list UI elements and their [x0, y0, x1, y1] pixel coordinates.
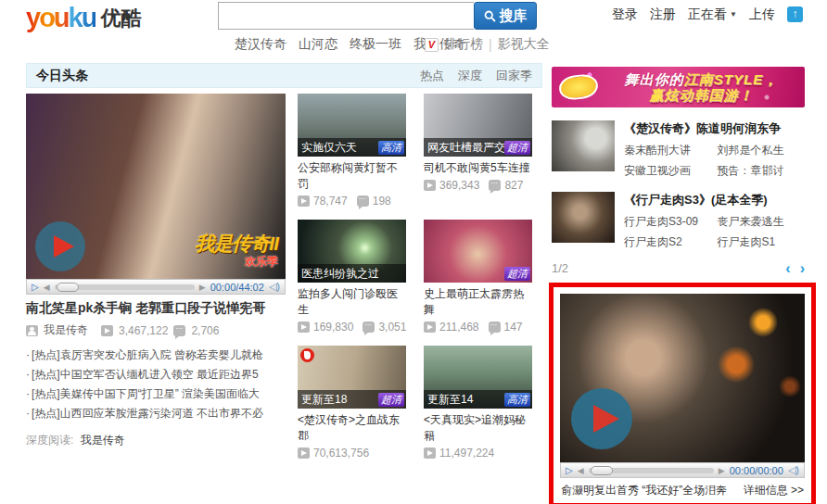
seek-handle[interactable]	[591, 466, 613, 475]
tab-homecoming[interactable]: 回家季	[496, 68, 532, 84]
prev-page-icon[interactable]: ‹	[785, 263, 790, 274]
step-icon[interactable]: ◀	[44, 283, 50, 292]
volume-icon[interactable]: ◁)	[788, 464, 799, 476]
play-count-icon	[424, 180, 436, 191]
deep-read-link[interactable]: 我是传奇	[81, 434, 125, 447]
header: youku优酷 搜库 楚汉传奇 山河恋 终极一班 我是传奇 V 排行榜 | 影视…	[0, 0, 827, 57]
chevron-down-icon: ▼	[730, 10, 737, 19]
tab-hot[interactable]: 热点	[420, 68, 444, 84]
promo-caption: 俞灏明复出首秀 “我还好”全场泪奔 详细信息 >>	[560, 478, 805, 500]
quality-badge: 高清	[504, 393, 530, 407]
register-link[interactable]: 注册	[650, 6, 676, 23]
video-title[interactable]: 司机不敢闯黄5车连撞	[424, 160, 532, 176]
play-button[interactable]	[571, 388, 632, 449]
show-link[interactable]: 行尸走肉S1	[718, 234, 806, 250]
video-thumbnail[interactable]: 更新至18 超清	[298, 346, 406, 409]
video-card: 网友吐槽最严交规 超清 司机不敢闯黄5车连撞 369,343 827	[424, 94, 532, 208]
promo-caption-text[interactable]: 俞灏明复出首秀 “我还好”全场泪奔	[561, 483, 727, 498]
quality-badge: 超清	[378, 393, 404, 407]
news-item[interactable]: ·[热点]袁厉害突发心脏病入院 曾称若卖婴儿就枪	[26, 346, 286, 365]
ad-banner[interactable]: 舞出你的江南STYLE， 赢炫动韩国游！	[552, 67, 805, 107]
video-thumbnail[interactable]: 医患纠纷孰之过	[298, 220, 406, 283]
video-card: 更新至18 超清 <楚汉传奇>之血战东郡 70,613,756	[298, 346, 406, 460]
comment-count: 3,051	[378, 321, 406, 334]
seek-bar[interactable]	[589, 468, 714, 473]
video-title[interactable]: <天真现实>追潮妈秘籍	[424, 412, 532, 444]
video-thumbnail[interactable]: 实施仅六天 高清	[298, 94, 406, 157]
video-stats: 78,747 198	[298, 195, 406, 208]
video-thumbnail[interactable]: 网友吐槽最严交规 超清	[424, 94, 532, 157]
keyword-link[interactable]: 山河恋	[299, 36, 337, 53]
deep-read: 深度阅读: 我是传奇	[26, 433, 286, 448]
logo-you: you	[26, 3, 69, 32]
video-title[interactable]: 史上最萌正太霹雳热舞	[424, 286, 532, 318]
ranking-link[interactable]: 排行榜	[444, 36, 483, 53]
comment-icon	[489, 180, 501, 191]
video-thumbnail[interactable]: 超清	[424, 220, 532, 283]
logo-cn: 优酷	[100, 6, 141, 30]
show-thumbnail[interactable]	[552, 120, 615, 171]
deep-read-label: 深度阅读:	[26, 434, 73, 447]
news-item[interactable]: ·[热点]中国空军否认缅机进入领空 最近距边界5	[26, 365, 286, 384]
uploader-name[interactable]: 我是传奇	[44, 322, 88, 338]
video-controls: ▷ ◀ ▶ 00:00/44:02 ◁)	[26, 279, 286, 295]
watching-dropdown[interactable]: 正在看▼	[688, 6, 737, 23]
movies-link[interactable]: 影视大全	[498, 36, 550, 53]
seek-arrow-icon: ▶	[199, 283, 206, 292]
quality-badge: 超清	[504, 141, 530, 155]
play-count: 169,830	[313, 321, 353, 334]
details-link[interactable]: 详细信息 >>	[744, 483, 804, 498]
play-icon[interactable]: ▷	[566, 466, 573, 475]
upload-link[interactable]: 上传	[749, 6, 775, 23]
comment-icon	[363, 321, 375, 333]
keyword-link[interactable]: 终极一班	[350, 36, 401, 53]
show-link[interactable]: 安徽卫视沙画	[624, 163, 712, 179]
show-link[interactable]: 行尸走肉S2	[624, 234, 712, 250]
show-thumbnail[interactable]	[552, 192, 615, 243]
video-title[interactable]: 公安部称闯黄灯暂不罚	[298, 160, 406, 192]
ad-line2: 赢炫动韩国游！	[650, 87, 754, 103]
play-button[interactable]	[35, 221, 85, 271]
upload-icon[interactable]: ↑	[787, 6, 803, 22]
show-logo-subtext: 欢乐季	[195, 254, 278, 270]
search-icon	[484, 10, 496, 22]
tab-depth[interactable]: 深度	[458, 68, 482, 84]
feature-title[interactable]: 南北笑星pk杀手锏 老郭重口段子说惮宪哥	[26, 300, 286, 317]
seek-handle[interactable]	[57, 283, 79, 292]
promo-thumbnail[interactable]	[560, 294, 805, 462]
highlighted-video-player: ▷ ◀ ▶ 00:00/00:00 ◁) 俞灏明复出首秀 “我还好”全场泪奔 详…	[549, 283, 816, 504]
show-link[interactable]: 丧尸来袭逃生	[718, 214, 806, 230]
video-controls: ▷ ◀ ▶ 00:00/00:00 ◁)	[560, 462, 805, 478]
keyword-link[interactable]: 楚汉传奇	[235, 36, 286, 53]
video-title[interactable]: <楚汉传奇>之血战东郡	[298, 412, 406, 444]
login-link[interactable]: 登录	[612, 6, 638, 23]
comment-count: 2,706	[191, 324, 219, 337]
video-thumbnail[interactable]: 更新至14 高清	[424, 346, 532, 409]
step-icon[interactable]: ◀	[578, 466, 584, 475]
play-count-icon	[424, 447, 436, 459]
volume-icon[interactable]: ◁)	[269, 281, 280, 293]
show-link[interactable]: 行尸走肉S3-09	[624, 214, 712, 230]
seek-bar[interactable]	[55, 284, 195, 290]
show-link[interactable]: 秦末酷刑大讲	[624, 143, 712, 158]
feature-thumbnail[interactable]: 我是传奇II 欢乐季	[26, 94, 286, 279]
video-title[interactable]: 监拍多人闯门诊殴医生	[298, 286, 406, 318]
next-page-icon[interactable]: ›	[800, 263, 805, 274]
show-link[interactable]: 预告：章邯讨	[718, 163, 806, 179]
search-button[interactable]: 搜库	[474, 2, 537, 30]
play-count-icon	[298, 447, 310, 459]
show-title[interactable]: 《行尸走肉S3》(足本全季)	[624, 192, 805, 208]
ad-line1-highlight: 江南STYLE，	[684, 71, 778, 87]
headline-bar: 今日头条 热点 深度 回家季	[26, 63, 542, 88]
search-input[interactable]	[218, 2, 474, 30]
news-item[interactable]: ·[热点]山西回应苯胺泄露污染河道 不出市界不必	[26, 404, 286, 423]
play-count-icon	[101, 325, 113, 336]
show-link[interactable]: 刘邦是个私生	[718, 143, 806, 158]
video-stats: 11,497,224	[424, 447, 532, 460]
news-item[interactable]: ·[热点]美媒传中国下周“打卫星” 渲染美国面临大	[26, 384, 286, 404]
youku-logo[interactable]: youku优酷	[26, 3, 141, 33]
feature-stats: 我是传奇 3,467,122 2,706	[26, 322, 286, 338]
show-title[interactable]: 《楚汉传奇》陈道明何润东争	[624, 120, 805, 137]
play-icon[interactable]: ▷	[32, 283, 39, 292]
hot-news-list: ·[热点]袁厉害突发心脏病入院 曾称若卖婴儿就枪 ·[热点]中国空军否认缅机进入…	[26, 346, 286, 423]
